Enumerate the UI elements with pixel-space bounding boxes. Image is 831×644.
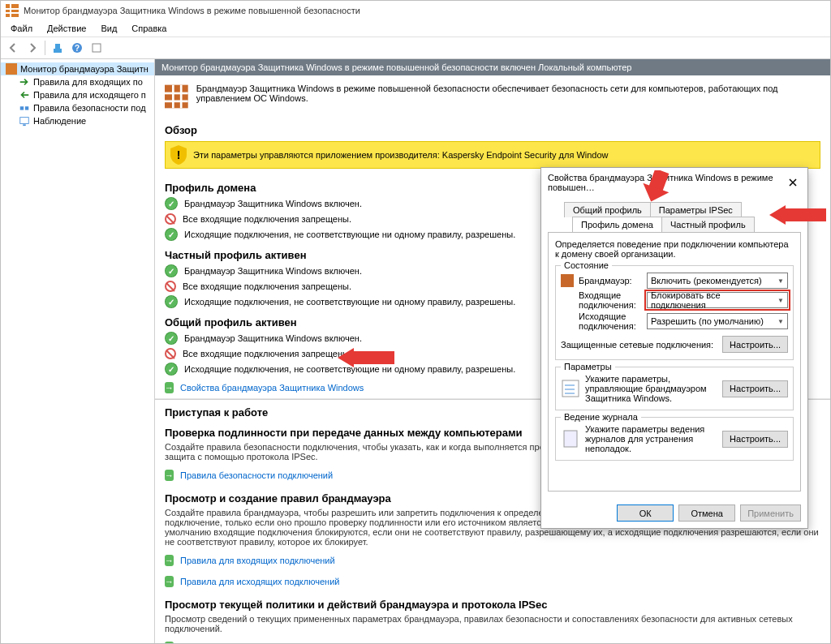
inbound-combo[interactable]: Блокировать все подключения▼ xyxy=(647,292,788,308)
svg-rect-13 xyxy=(23,124,26,126)
svg-rect-17 xyxy=(172,85,174,109)
tree-inbound[interactable]: Правила для входящих по xyxy=(1,75,154,88)
up-button[interactable] xyxy=(49,39,67,57)
firewall-icon xyxy=(561,274,574,287)
arrow-icon xyxy=(165,642,174,643)
svg-rect-1 xyxy=(6,8,19,10)
inbound-label: Входящие подключения: xyxy=(579,290,642,310)
deny-icon xyxy=(165,281,176,292)
inbound-rules-link[interactable]: Правила для входящих подключений xyxy=(180,556,335,565)
window-title: Монитор брандмауэра Защитника Windows в … xyxy=(24,6,360,15)
ok-button[interactable]: ОК xyxy=(617,504,674,522)
gs-policy-title: Просмотр текущей политики и действий бра… xyxy=(155,592,830,614)
separator xyxy=(45,41,45,55)
consec-rules-link[interactable]: Правила безопасности подключений xyxy=(180,470,333,480)
protected-conn-label: Защищенные сетевые подключения: xyxy=(561,340,717,350)
cancel-button[interactable]: Отмена xyxy=(678,504,735,522)
tab-public[interactable]: Общий профиль xyxy=(564,202,651,217)
deny-icon xyxy=(165,348,176,359)
svg-rect-11 xyxy=(25,106,28,109)
svg-rect-10 xyxy=(20,106,24,109)
content-header: Монитор брандмауэра Защитника Windows в … xyxy=(155,59,830,75)
tab-domain[interactable]: Профиль домена xyxy=(572,217,662,232)
tab-content: Определяется поведение при подключении к… xyxy=(548,232,801,492)
nav-tree[interactable]: Монитор брандмауэра Защитн Правила для в… xyxy=(1,59,155,643)
check-icon xyxy=(165,332,178,345)
configure-params-button[interactable]: Настроить... xyxy=(722,380,788,397)
dialog-title: Свойства брандмауэра Защитника Windows в… xyxy=(548,173,786,192)
firewall-properties-link[interactable]: Свойства брандмауэра Защитника Windows xyxy=(180,383,364,393)
outbound-combo[interactable]: Разрешить (по умолчанию)▼ xyxy=(647,313,788,329)
arrow-icon xyxy=(165,470,174,481)
svg-rect-2 xyxy=(6,12,19,14)
outbound-rules-link[interactable]: Правила для исходящих подключений xyxy=(180,577,339,586)
shield-warning-icon: ! xyxy=(170,145,187,165)
menu-action[interactable]: Действие xyxy=(41,22,93,35)
arrow-icon xyxy=(165,555,174,566)
svg-rect-21 xyxy=(562,380,579,397)
apply-button[interactable]: Применить xyxy=(740,504,801,522)
tab-ipsec[interactable]: Параметры IPSec xyxy=(650,202,742,217)
tree-monitoring[interactable]: Наблюдение xyxy=(1,114,154,127)
svg-rect-9 xyxy=(6,63,17,75)
menu-file[interactable]: Файл xyxy=(4,22,39,35)
svg-rect-12 xyxy=(20,118,29,124)
svg-rect-15 xyxy=(165,92,188,95)
svg-rect-22 xyxy=(564,431,577,447)
deny-icon xyxy=(165,213,176,225)
back-button[interactable] xyxy=(4,39,22,57)
tab-private[interactable]: Частный профиль xyxy=(661,217,755,232)
svg-rect-0 xyxy=(6,4,19,17)
notebook-icon xyxy=(561,429,580,449)
intro-text: Брандмауэр Защитника Windows в режиме по… xyxy=(196,84,820,103)
check-icon xyxy=(165,264,178,277)
outbound-label: Исходящие подключения: xyxy=(579,311,642,331)
state-legend: Состояние xyxy=(561,260,612,270)
svg-rect-20 xyxy=(561,274,574,287)
forward-button[interactable] xyxy=(24,39,41,57)
configure-log-button[interactable]: Настроить... xyxy=(722,431,788,448)
tree-consec[interactable]: Правила безопасности под xyxy=(1,101,154,114)
menu-view[interactable]: Вид xyxy=(94,22,123,35)
svg-rect-8 xyxy=(93,44,101,52)
check-icon xyxy=(165,363,178,376)
menu-help[interactable]: Справка xyxy=(125,22,173,35)
svg-rect-3 xyxy=(10,4,11,17)
params-legend: Параметры xyxy=(561,362,615,371)
monitoring-icon xyxy=(19,115,30,127)
tree-root[interactable]: Монитор брандмауэра Защитн xyxy=(1,62,154,75)
checklist-icon xyxy=(561,379,580,398)
help-button[interactable]: ? xyxy=(68,39,86,57)
svg-rect-16 xyxy=(165,100,188,102)
toolbar: ? xyxy=(1,37,830,59)
firewall-icon xyxy=(6,63,17,75)
arrow-icon xyxy=(165,382,174,393)
check-icon xyxy=(165,295,178,308)
configure-netconn-button[interactable]: Настроить... xyxy=(722,336,788,353)
arrow-icon xyxy=(165,576,174,587)
refresh-button[interactable] xyxy=(88,39,105,57)
close-button[interactable] xyxy=(786,175,801,190)
firewall-properties-dialog[interactable]: Свойства брандмауэра Защитника Windows в… xyxy=(540,167,808,529)
svg-rect-5 xyxy=(55,44,60,49)
log-legend: Ведение журнала xyxy=(561,412,641,422)
dialog-desc: Определяется поведение при подключении к… xyxy=(555,239,794,259)
overview-title: Обзор xyxy=(155,118,830,138)
svg-text:!: ! xyxy=(177,148,181,161)
check-icon xyxy=(165,228,178,241)
firewall-state-combo[interactable]: Включить (рекомендуется)▼ xyxy=(647,273,788,289)
check-icon xyxy=(165,197,178,210)
inbound-icon xyxy=(19,76,30,88)
svg-rect-14 xyxy=(165,85,188,109)
log-text: Укажите параметры ведения журналов для у… xyxy=(585,424,717,453)
tree-outbound[interactable]: Правила для исходящего п xyxy=(1,88,154,101)
svg-rect-18 xyxy=(180,85,183,109)
outbound-icon xyxy=(19,89,30,101)
firewall-large-icon xyxy=(165,84,188,109)
intro-row: Брандмауэр Защитника Windows в режиме по… xyxy=(155,75,830,118)
titlebar[interactable]: Монитор брандмауэра Защитника Windows в … xyxy=(1,1,830,20)
svg-text:?: ? xyxy=(75,44,80,53)
params-text: Укажите параметры, управляющие брандмауэ… xyxy=(585,374,717,403)
monitoring-link[interactable]: Наблюдение xyxy=(180,642,233,643)
gs-policy-desc: Просмотр сведений о текущих примененных … xyxy=(155,614,830,637)
